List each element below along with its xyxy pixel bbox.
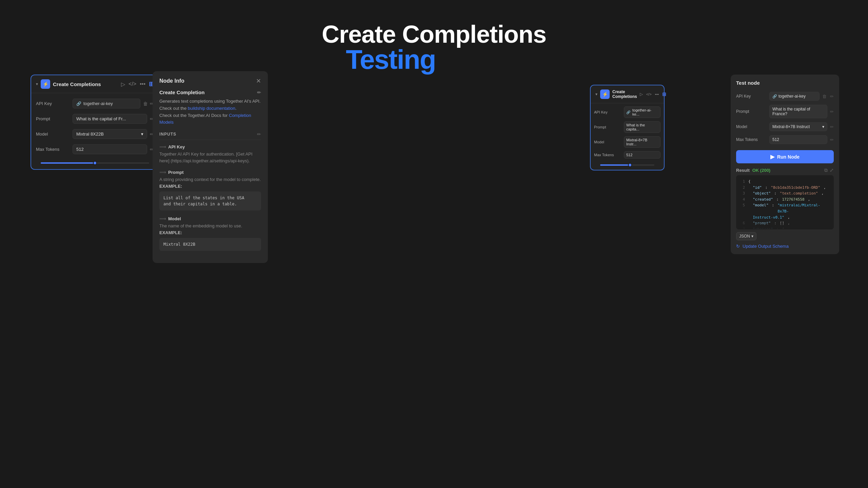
field-row-maxtokens-right: Max Tokens 512: [594, 149, 660, 160]
link-buildship[interactable]: buildship documentation: [188, 106, 235, 111]
field-label-maxtokens: Max Tokens: [36, 147, 70, 152]
more-icon-left[interactable]: •••: [140, 81, 145, 87]
progress-handle-left[interactable]: [93, 161, 97, 165]
left-node-card: ▾ ⚡ Create Completions ▷ </> ••• ⊞ API K…: [31, 75, 159, 170]
info-section-title: Create Completion ✏: [159, 89, 261, 95]
chevron-right-mini[interactable]: ▾: [595, 92, 597, 97]
result-code-block: 1 { 2 "id": "8cb1da351cbde1fb-ORD", 3 "o…: [736, 175, 834, 229]
info-section-label: Create Completion: [159, 89, 204, 95]
result-header: Result OK (200) ⧉ ⤢: [736, 167, 834, 173]
code-line-3: 3 "object": "text.completion",: [739, 190, 830, 197]
code-icon-left[interactable]: </>: [129, 81, 136, 87]
refresh-icon: ↻: [736, 244, 740, 249]
test-node-title: Test node: [736, 80, 834, 86]
json-selector[interactable]: JSON ▾: [736, 232, 756, 240]
chevron-model: ▾: [141, 131, 143, 137]
test-field-label-maxtokens: Max Tokens: [736, 137, 767, 142]
edit-icon-test-prompt[interactable]: ✏: [830, 109, 834, 114]
link-completion-models[interactable]: Completion Models: [159, 113, 251, 125]
test-field-row-apikey: API Key 🔗 together-ai-key 🗑 ✏: [736, 90, 834, 103]
progress-bar-left[interactable]: [41, 162, 149, 164]
expand-icon-right[interactable]: ⊞: [662, 92, 666, 97]
node-info-panel: Node Info ✕ Create Completion ✏ Generate…: [153, 71, 268, 263]
test-apikey-text: together-ai-key: [778, 94, 806, 99]
field-row-model-right: Model Mixtral-8×7B Instr...: [594, 135, 660, 149]
node-header-actions-right: ▷ </> ••• ⊞: [640, 92, 666, 97]
test-field-label-model: Model: [736, 124, 767, 129]
node-header-right: ▾ ⚡ Create Completions ▷ </> ••• ⊞: [591, 85, 664, 103]
progress-fill-left: [41, 162, 95, 164]
test-field-value-model[interactable]: Mixtral-8×7B Instruct ▾: [769, 122, 827, 131]
field-value-maxtokens: 512: [73, 144, 147, 154]
copy-result-button[interactable]: ⧉: [824, 167, 828, 173]
update-schema-button[interactable]: ↻ Update Output Schema: [736, 244, 834, 249]
test-node-panel: Test node API Key 🔗 together-ai-key 🗑 ✏ …: [731, 75, 839, 254]
info-description: Generates text completions using Togethe…: [159, 98, 261, 126]
code-line-4: 4 "created": 1727674558,: [739, 197, 830, 203]
input-desc-prompt: A string providing context for the model…: [159, 176, 261, 189]
test-field-value-apikey: 🔗 together-ai-key: [769, 92, 820, 101]
field-row-apikey-right: API Key 🔗 together-ai-ke...: [594, 105, 660, 120]
edit-icon-test-apikey[interactable]: ✏: [830, 94, 834, 99]
node-icon-left: ⚡: [41, 79, 50, 89]
progress-bar-right[interactable]: [600, 164, 654, 166]
field-value-prompt-right: What is the capita...: [624, 121, 660, 133]
progress-container-left: [36, 162, 154, 164]
field-row-prompt-right: Prompt What is the capita...: [594, 120, 660, 135]
field-label-prompt-right: Prompt: [594, 125, 621, 129]
test-field-row-prompt: Prompt What is the capital of France? ✏: [736, 103, 834, 120]
delete-icon-apikey[interactable]: 🗑: [143, 101, 148, 106]
canvas-area: ▾ ⚡ Create Completions ▷ </> ••• ⊞ API K…: [0, 68, 868, 488]
close-button-info[interactable]: ✕: [256, 78, 261, 84]
inputs-section: INPUTS ✏ ⟹ API Key Together AI API Key f…: [159, 131, 261, 251]
edit-icon-inputs[interactable]: ✏: [257, 131, 261, 137]
testing-label: Testing: [346, 44, 436, 75]
test-prompt-text: What is the capital of France?: [772, 107, 824, 116]
input-item-prompt: ⟹ Prompt A string providing context for …: [159, 169, 261, 210]
field-value-model[interactable]: Mixtral 8X22B ▾: [73, 129, 147, 139]
chevron-down-icon[interactable]: ▾: [36, 82, 38, 86]
progress-container-right: [595, 164, 659, 166]
field-row-maxtokens: Max Tokens 512 ✏: [36, 142, 154, 157]
testing-section: Testing: [346, 44, 436, 75]
key-icon-test: 🔗: [772, 94, 777, 99]
node-title-right: Create Completions: [612, 89, 637, 99]
model-right-text: Mixtral-8×7B Instr...: [626, 138, 658, 146]
result-status: OK (200): [752, 168, 770, 173]
result-fade: [736, 219, 834, 229]
field-value-model-right: Mixtral-8×7B Instr...: [624, 136, 660, 148]
input-desc-model: The name of the embedding model to use. …: [159, 223, 261, 236]
result-label: Result: [736, 168, 750, 173]
expand-result-button[interactable]: ⤢: [830, 167, 834, 173]
input-example-prompt: List all of the states in the USA and th…: [159, 191, 261, 210]
key-icon-right: 🔗: [626, 110, 630, 114]
chevron-json: ▾: [751, 234, 753, 239]
edit-icon-info[interactable]: ✏: [257, 90, 261, 95]
field-label-model-right: Model: [594, 140, 621, 144]
edit-icon-test-model[interactable]: ✏: [830, 124, 834, 129]
apikey-text: together-ai-key: [83, 101, 113, 106]
input-icon-prompt: ⟹: [159, 169, 166, 175]
more-icon-right[interactable]: •••: [655, 92, 659, 96]
input-name-model: Model: [168, 216, 181, 221]
right-mini-node-card: ▾ ⚡ Create Completions ▷ </> ••• ⊞ API K…: [590, 85, 665, 170]
input-icon-apikey: ⟹: [159, 144, 166, 149]
input-icon-model: ⟹: [159, 216, 166, 221]
code-icon-right[interactable]: </>: [646, 92, 652, 96]
apikey-right-text: together-ai-ke...: [632, 108, 658, 116]
play-icon-right[interactable]: ▷: [640, 92, 643, 97]
edit-icon-test-maxtokens[interactable]: ✏: [830, 137, 834, 142]
node-icon-right: ⚡: [600, 89, 610, 99]
play-icon-left[interactable]: ▷: [121, 81, 125, 87]
page-title: Create Completions: [0, 0, 868, 48]
progress-handle-right[interactable]: [628, 163, 632, 167]
test-model-text: Mixtral-8×7B Instruct: [772, 124, 810, 129]
code-line-1: 1 {: [739, 179, 830, 185]
input-desc-apikey: Together AI API Key for authentication. …: [159, 151, 261, 164]
input-example-model: Mixtral 8X22B: [159, 238, 261, 251]
node-fields-left: API Key 🔗 together-ai-key 🗑 ✏ Prompt Wha…: [31, 93, 159, 160]
field-label-prompt: Prompt: [36, 116, 70, 121]
run-node-label: Run Node: [777, 154, 800, 160]
delete-icon-test-apikey[interactable]: 🗑: [822, 94, 827, 99]
run-node-button[interactable]: ▶ Run Node: [736, 150, 834, 163]
